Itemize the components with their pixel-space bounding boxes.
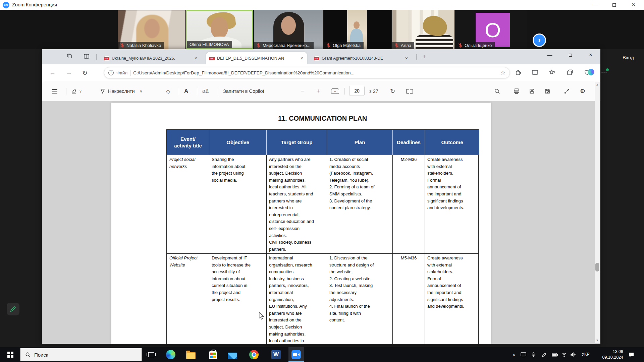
task-view-button[interactable] bbox=[144, 347, 159, 362]
tray-display-icon[interactable] bbox=[519, 347, 528, 362]
zoom-minimize-button[interactable]: — bbox=[588, 0, 603, 10]
new-tab-button[interactable]: + bbox=[422, 53, 426, 61]
chevron-down-icon[interactable]: ∨ bbox=[140, 89, 143, 94]
tray-chevron-icon[interactable]: ∧ bbox=[509, 347, 519, 362]
zoom-restore-button[interactable] bbox=[606, 0, 622, 10]
participant-tile-speaking[interactable]: Olena FILIMONOVA bbox=[186, 10, 253, 49]
draw-tool[interactable]: Накреслити ∨ bbox=[100, 86, 143, 96]
save-as-icon[interactable] bbox=[544, 86, 550, 96]
taskbar-edge-button[interactable] bbox=[163, 347, 178, 362]
address-input[interactable]: i Файл C:/Users/Admin/Desktop/ForDep_Fil… bbox=[104, 67, 510, 78]
search-document-icon[interactable] bbox=[494, 86, 500, 96]
refresh-icon[interactable]: ↻ bbox=[82, 69, 88, 77]
chevron-down-icon[interactable]: ∨ bbox=[79, 89, 82, 94]
pdf-settings-icon[interactable]: ⚙ bbox=[580, 86, 585, 96]
copilot-icon[interactable] bbox=[587, 69, 595, 77]
muted-mic-icon bbox=[256, 43, 261, 48]
tray-pen-icon[interactable] bbox=[539, 347, 549, 362]
participant-tile[interactable]: Olga Maletska bbox=[324, 10, 391, 49]
tab-ukraine-mykolaiw[interactable]: PDF Ukraine_Mykolaiw IIA 2023_2026. × bbox=[101, 52, 201, 64]
page-number-input[interactable] bbox=[349, 86, 365, 96]
pdf-viewport[interactable]: 11. COMMUNICATION PLAN Event/ activity t… bbox=[42, 101, 600, 344]
column-header: Event/ activity title bbox=[167, 130, 209, 155]
eraser-icon[interactable]: ◇ bbox=[166, 86, 170, 96]
start-button[interactable] bbox=[3, 347, 18, 362]
extensions-icon[interactable] bbox=[514, 69, 522, 77]
page-number-field[interactable] bbox=[349, 86, 365, 96]
forward-icon[interactable]: → bbox=[66, 69, 72, 76]
favorite-star-icon[interactable]: ☆ bbox=[500, 69, 505, 76]
rotate-icon[interactable]: ↻ bbox=[390, 86, 395, 96]
next-participants-button[interactable]: › bbox=[533, 34, 546, 47]
browser-restore-button[interactable] bbox=[563, 49, 578, 61]
tab-actions-icon[interactable] bbox=[83, 53, 90, 61]
tab-close-icon[interactable]: × bbox=[300, 56, 304, 61]
collections-icon[interactable] bbox=[566, 69, 574, 77]
login-label[interactable]: Вход bbox=[623, 55, 634, 60]
favorites-icon[interactable] bbox=[548, 69, 556, 77]
taskbar-zoom-button-active[interactable] bbox=[288, 347, 304, 362]
participant-name-label: Nataliia Kholiavko bbox=[118, 42, 164, 49]
zoom-in-icon[interactable]: + bbox=[316, 86, 320, 96]
settings-more-icon[interactable] bbox=[600, 69, 608, 77]
participant-tile[interactable]: Nataliia Kholiavko bbox=[118, 10, 185, 49]
table-cell: Official Project Website bbox=[167, 254, 209, 344]
scrollbar-thumb[interactable] bbox=[595, 263, 599, 272]
clock[interactable]: 13:09 09.10.2024 bbox=[598, 349, 623, 360]
taskbar: Поиск W ∧ УКР 13:09 09.10.20 bbox=[0, 347, 644, 362]
taskbar-mail-button[interactable] bbox=[225, 347, 240, 362]
tray-network-icon[interactable] bbox=[559, 347, 569, 362]
tray-volume-icon[interactable] bbox=[568, 347, 578, 362]
url-text[interactable]: C:/Users/Admin/Desktop/ForDep_Filimonova… bbox=[133, 70, 498, 75]
zoom-close-button[interactable]: × bbox=[626, 0, 641, 10]
back-icon[interactable]: ← bbox=[49, 69, 56, 76]
notification-center-icon[interactable]: 1 bbox=[627, 347, 636, 362]
tab-close-icon[interactable]: × bbox=[404, 56, 409, 61]
fit-width-icon[interactable]: ↔ bbox=[331, 86, 339, 96]
document-scrollbar[interactable]: ▲ ▼ bbox=[595, 82, 600, 343]
participant-tile[interactable]: Алла bbox=[392, 10, 454, 49]
tab-grant-agreement[interactable]: PDF Grant Agreement-101083143-DE × bbox=[311, 52, 412, 64]
pencil-icon bbox=[10, 306, 16, 312]
scroll-up-icon[interactable]: ▲ bbox=[595, 83, 600, 86]
svg-text:1: 1 bbox=[630, 353, 632, 356]
taskbar-word-button[interactable]: W bbox=[268, 347, 284, 362]
table-cell: Development of IT tools to increase the … bbox=[209, 254, 267, 344]
column-header: Deadlines bbox=[393, 130, 425, 155]
print-icon[interactable] bbox=[514, 86, 520, 96]
workspaces-icon[interactable] bbox=[66, 53, 73, 61]
tray-battery-icon[interactable] bbox=[550, 347, 559, 362]
zoom-out-icon[interactable]: − bbox=[301, 86, 305, 96]
page-view-icon[interactable] bbox=[406, 86, 413, 96]
tray-mic-icon[interactable] bbox=[529, 347, 538, 362]
fullscreen-icon[interactable] bbox=[564, 86, 570, 96]
participant-tile[interactable]: O Ольга Іщенко bbox=[456, 10, 527, 49]
page-info-icon[interactable]: i bbox=[108, 70, 114, 75]
split-screen-icon[interactable] bbox=[531, 69, 539, 77]
file-explorer-icon bbox=[186, 352, 196, 359]
participant-tile[interactable]: Мирослава Яременко... bbox=[254, 10, 323, 49]
browser-minimize-button[interactable]: — bbox=[542, 49, 557, 61]
highlight-tool[interactable]: ∨ bbox=[71, 86, 82, 96]
taskbar-explorer-button[interactable] bbox=[183, 347, 199, 362]
table-of-contents-icon[interactable] bbox=[52, 86, 57, 96]
table-cell: 1. Creation of social media accounts (Fa… bbox=[327, 155, 393, 254]
divider bbox=[66, 88, 66, 95]
microsoft-store-icon bbox=[209, 351, 217, 359]
add-text-icon[interactable]: A bbox=[184, 86, 188, 96]
ask-copilot-button[interactable]: Запитати в Copilot bbox=[223, 86, 264, 96]
page-total-label: з 27 bbox=[369, 86, 378, 96]
tab-defep-dissemination-active[interactable]: PDF DEFEP_D1.5_DISSEMINATION AN × bbox=[206, 52, 307, 64]
scroll-down-icon[interactable]: ▼ bbox=[595, 339, 600, 342]
muted-mic-icon bbox=[458, 43, 463, 48]
annotation-pencil-button[interactable] bbox=[7, 303, 19, 315]
browser-close-button[interactable]: × bbox=[583, 49, 598, 61]
translate-icon[interactable]: aã bbox=[202, 86, 209, 96]
profile-icon[interactable] bbox=[49, 53, 57, 61]
taskbar-store-button[interactable] bbox=[205, 347, 221, 362]
language-indicator[interactable]: УКР bbox=[582, 352, 590, 357]
save-icon[interactable] bbox=[529, 86, 535, 96]
taskbar-search-input[interactable]: Поиск bbox=[20, 348, 142, 361]
tab-close-icon[interactable]: × bbox=[194, 56, 198, 61]
taskbar-chrome-button[interactable] bbox=[246, 347, 262, 362]
